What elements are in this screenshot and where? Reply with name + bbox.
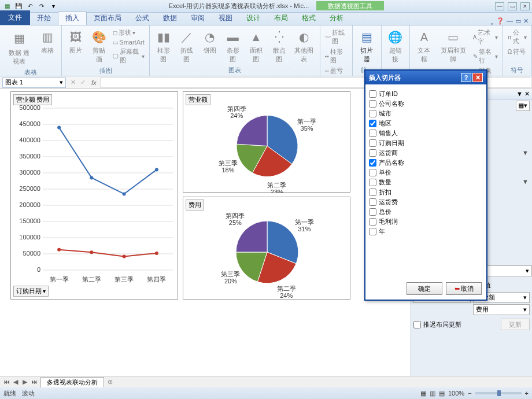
view-pagelayout-icon[interactable]: ▥ <box>430 390 435 397</box>
line-chart-filter[interactable]: 订购日期 ▾ <box>13 286 49 297</box>
slicer-checkbox[interactable] <box>369 139 376 147</box>
qat-more-icon[interactable]: ▾ <box>49 2 58 11</box>
slicer-checkbox[interactable] <box>369 208 376 216</box>
tab-file[interactable]: 文件 <box>0 10 30 25</box>
undo-icon[interactable]: ↶ <box>25 2 35 11</box>
slicer-field-item[interactable]: 地区 <box>369 119 483 128</box>
slicer-checkbox[interactable] <box>369 149 376 157</box>
tab-data[interactable]: 数据 <box>156 12 184 25</box>
zoom-in-icon[interactable]: + <box>525 390 529 397</box>
slicer-field-item[interactable]: 公司名称 <box>369 99 483 109</box>
tab-layout[interactable]: 布局 <box>267 12 295 25</box>
restore-icon[interactable]: ▭ <box>508 2 517 10</box>
cancel-formula-icon[interactable]: ✕ <box>68 79 78 86</box>
doc-min-icon[interactable]: — <box>507 17 513 25</box>
fx-icon[interactable]: fx <box>88 79 100 86</box>
filter-icon[interactable]: ▼ <box>522 149 529 156</box>
pie2-legend[interactable]: 费用 <box>186 200 204 210</box>
name-box[interactable]: 图表 1▾ <box>2 77 66 88</box>
pie-chart-revenue[interactable]: 营业额 第一季35%第二季23%第三季18%第四季24% <box>183 91 350 193</box>
zoom-slider[interactable] <box>475 392 522 394</box>
redo-icon[interactable]: ↷ <box>37 2 46 11</box>
tab-pagelayout[interactable]: 页面布局 <box>87 12 128 25</box>
wordart-button[interactable]: A 艺术字 ▾ <box>472 28 499 46</box>
slicer-checkbox[interactable] <box>369 120 376 127</box>
dialog-close-icon[interactable]: ✕ <box>472 73 483 82</box>
zoom-out-icon[interactable]: − <box>468 390 471 397</box>
slicer-field-item[interactable]: 年 <box>369 227 483 237</box>
pie-chart-cost[interactable]: 费用 第一季31%第二季24%第三季20%第四季25% <box>183 197 350 300</box>
slicer-field-item[interactable]: 城市 <box>369 109 483 119</box>
clipart-button[interactable]: 🎨剪贴画 <box>88 28 109 65</box>
slicer-checkbox[interactable] <box>369 169 376 176</box>
slicer-checkbox[interactable] <box>369 198 376 206</box>
slicer-checkbox[interactable] <box>369 90 376 98</box>
slicer-field-item[interactable]: 单价 <box>369 168 483 178</box>
slicer-checkbox[interactable] <box>369 179 376 186</box>
smartart-button[interactable]: ▭ SmartArt <box>112 38 145 46</box>
view-normal-icon[interactable]: ▦ <box>420 390 426 397</box>
slicer-checkbox[interactable] <box>369 159 376 167</box>
textbox-button[interactable]: A文本框 <box>413 28 435 76</box>
zoom-value[interactable]: 100% <box>448 390 464 397</box>
sparkline-wl-button[interactable]: ▫▫ 盈亏 <box>324 66 349 76</box>
minimize-icon[interactable]: — <box>495 2 504 10</box>
first-sheet-icon[interactable]: ⏮ <box>2 378 10 386</box>
last-sheet-icon[interactable]: ⏭ <box>30 378 38 386</box>
doc-restore-icon[interactable]: ▭ <box>515 17 521 25</box>
help-icon[interactable]: ❓ <box>496 17 504 25</box>
tab-home[interactable]: 开始 <box>30 12 58 25</box>
slicer-field-item[interactable]: 折扣 <box>369 187 483 197</box>
dialog-help-icon[interactable]: ? <box>461 73 471 82</box>
sparkline-line-button[interactable]: 〰 折线图 <box>324 28 349 46</box>
cancel-button[interactable]: ⬅取消 <box>446 282 482 295</box>
view-pagebreak-icon[interactable]: ▤ <box>439 390 445 397</box>
tab-analyze[interactable]: 分析 <box>323 12 350 25</box>
defer-checkbox[interactable] <box>413 321 421 328</box>
save-icon[interactable]: 💾 <box>14 2 23 11</box>
slicer-button[interactable]: ▤切片器 <box>356 28 377 65</box>
tab-design[interactable]: 设计 <box>239 12 267 25</box>
screenshot-button[interactable]: 🖵 屏幕截图 ▾ <box>112 47 145 65</box>
pie1-legend[interactable]: 营业额 <box>186 94 210 105</box>
slicer-field-item[interactable]: 总价 <box>369 207 483 217</box>
fieldpane-close-icon[interactable]: ▼ ✕ <box>516 90 530 98</box>
slicer-field-item[interactable]: 订单ID <box>369 89 483 99</box>
slicer-checkbox[interactable] <box>369 110 376 117</box>
sparkline-col-button[interactable]: ▪▪ 柱形图 <box>324 47 349 65</box>
tab-formulas[interactable]: 公式 <box>128 12 156 25</box>
next-sheet-icon[interactable]: ▶ <box>21 378 29 386</box>
slicer-field-item[interactable]: 销售人 <box>369 128 483 138</box>
tab-review[interactable]: 审阅 <box>184 12 212 25</box>
hyperlink-button[interactable]: 🌐超链接 <box>385 28 406 66</box>
slicer-field-item[interactable]: 运货商 <box>369 148 483 158</box>
fieldpane-layout-icon[interactable]: ▦▾ <box>516 101 530 111</box>
pie-chart-button[interactable]: ◔饼图 <box>200 28 220 65</box>
ok-button[interactable]: 确定 <box>407 282 442 295</box>
signature-button[interactable]: ✎ 签名行 ▾ <box>472 47 499 65</box>
doc-close-icon[interactable]: ✕ <box>523 17 529 25</box>
ribbon-min-icon[interactable]: ˬ <box>490 17 494 25</box>
area-chart-button[interactable]: ▲面积图 <box>246 28 267 65</box>
tab-format[interactable]: 格式 <box>295 12 323 25</box>
new-sheet-icon[interactable]: ⊕ <box>104 378 116 386</box>
sheet-tab-1[interactable]: 多透视表联动分析 <box>40 377 104 387</box>
slicer-checkbox[interactable] <box>369 189 376 196</box>
slicer-field-item[interactable]: 数量 <box>369 178 483 187</box>
enter-formula-icon[interactable]: ✓ <box>78 79 88 86</box>
slicer-field-item[interactable]: 产品名称 <box>369 158 483 168</box>
pivottable-button[interactable]: ▦数据 透视表 <box>3 28 35 67</box>
value-field-2[interactable]: 费用▾ <box>473 304 530 315</box>
slicer-checkbox[interactable] <box>369 218 376 226</box>
line-chart-button[interactable]: ／折线图 <box>176 28 197 65</box>
slicer-checkbox[interactable] <box>369 130 376 137</box>
slicer-field-item[interactable]: 运货费 <box>369 197 483 207</box>
bar-chart-button[interactable]: ▬条形图 <box>223 28 243 65</box>
line-chart-legend[interactable]: 营业额 费用 <box>13 94 52 105</box>
filter-icon-2[interactable]: ▼ <box>522 178 529 185</box>
symbol-button[interactable]: Ω 符号 <box>507 47 528 57</box>
slicer-field-item[interactable]: 订购日期 <box>369 138 483 148</box>
equation-button[interactable]: π 公式 ▾ <box>507 28 528 46</box>
slicer-checkbox[interactable] <box>369 100 376 108</box>
tab-insert[interactable]: 插入 <box>58 11 87 25</box>
